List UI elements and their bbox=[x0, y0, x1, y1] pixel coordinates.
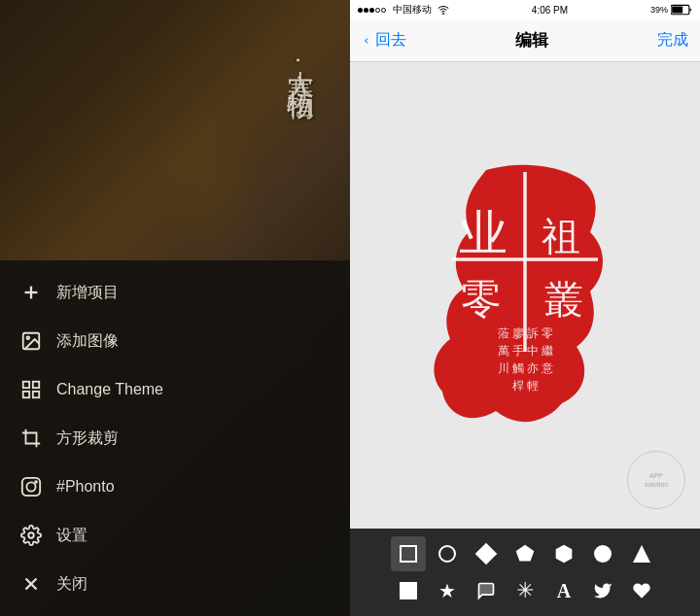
signal-dot-4 bbox=[375, 8, 380, 13]
menu-label-close: 关闭 bbox=[56, 574, 88, 595]
svg-marker-27 bbox=[517, 546, 534, 561]
tool-letter-a[interactable]: A bbox=[546, 573, 581, 608]
status-bar: 中国移动 4:06 PM 39% bbox=[350, 0, 700, 19]
chevron-left-icon bbox=[362, 33, 371, 49]
svg-text:祖: 祖 bbox=[542, 215, 580, 258]
watermark-solution: solution bbox=[645, 480, 668, 489]
svg-rect-7 bbox=[33, 392, 39, 397]
nav-title: 编辑 bbox=[515, 29, 548, 51]
signal-dot-1 bbox=[358, 8, 363, 13]
shape-toolbar: ★ ✳ A bbox=[350, 529, 700, 616]
svg-point-10 bbox=[35, 481, 37, 483]
signal-dots bbox=[358, 8, 386, 13]
nav-bar: 回去 编辑 完成 bbox=[350, 19, 700, 62]
tool-heart[interactable] bbox=[624, 573, 659, 608]
tool-asterisk[interactable]: ✳ bbox=[508, 573, 542, 608]
canvas-area[interactable]: 业 祖 零 叢 蒞 廖 訴 零 萬 手 中 繼 川 觸 亦 意 桿 輕 APP … bbox=[350, 62, 700, 529]
carrier-label: 中国移动 bbox=[393, 3, 432, 17]
battery-percent: 39% bbox=[650, 5, 668, 15]
svg-marker-28 bbox=[557, 546, 572, 563]
time-display: 4:06 PM bbox=[532, 5, 568, 16]
menu-item-crop[interactable]: 方形裁剪 bbox=[0, 414, 350, 462]
status-left: 中国移动 bbox=[358, 3, 449, 17]
svg-rect-5 bbox=[33, 382, 39, 388]
svg-point-11 bbox=[28, 532, 34, 538]
triangle-shape bbox=[633, 545, 650, 563]
asterisk-shape: ✳ bbox=[516, 578, 534, 603]
pentagon-icon bbox=[515, 544, 535, 564]
svg-text:蒞 廖 訴 零: 蒞 廖 訴 零 bbox=[498, 326, 553, 340]
right-panel: 中国移动 4:06 PM 39% 回去 编辑 完成 bbox=[350, 0, 700, 616]
letter-a-shape: A bbox=[557, 580, 571, 602]
grid-icon bbox=[19, 378, 43, 401]
chinese-title: 大寒·植物 bbox=[277, 49, 321, 76]
svg-point-14 bbox=[443, 14, 444, 15]
circle-outline-shape bbox=[438, 545, 456, 563]
status-right: 39% bbox=[650, 4, 692, 16]
back-label: 回去 bbox=[375, 30, 406, 51]
signal-dot-3 bbox=[369, 8, 374, 13]
menu-item-phonto[interactable]: #Phonto bbox=[0, 462, 350, 511]
crop-icon bbox=[19, 427, 43, 450]
menu-label-add-image: 添加图像 bbox=[56, 331, 119, 352]
toolbar-row-2: ★ ✳ A bbox=[391, 573, 659, 608]
menu-label-crop: 方形裁剪 bbox=[56, 428, 119, 449]
svg-rect-16 bbox=[672, 6, 682, 13]
tool-hexagon[interactable] bbox=[546, 536, 581, 571]
menu-label-change-theme: Change Theme bbox=[56, 381, 163, 398]
hexagon-icon bbox=[554, 544, 574, 564]
tool-circle-outline[interactable] bbox=[430, 536, 465, 571]
signal-dot-5 bbox=[381, 8, 386, 13]
done-button[interactable]: 完成 bbox=[657, 30, 688, 51]
left-panel: 大寒·植物 新增项目 添加图像 bbox=[0, 0, 350, 616]
diamond-shape bbox=[475, 543, 498, 565]
svg-rect-6 bbox=[23, 392, 29, 397]
speech-bubble-icon bbox=[476, 581, 496, 600]
tool-triangle[interactable] bbox=[624, 536, 659, 571]
seal-stamp: 业 祖 零 叢 蒞 廖 訴 零 萬 手 中 繼 川 觸 亦 意 桿 輕 bbox=[433, 162, 617, 428]
menu-item-add-image[interactable]: 添加图像 bbox=[0, 317, 350, 365]
menu-label-phonto: #Phonto bbox=[56, 478, 115, 496]
svg-text:叢: 叢 bbox=[544, 278, 583, 322]
gear-icon bbox=[19, 524, 43, 547]
back-button[interactable]: 回去 bbox=[362, 30, 406, 51]
tool-diamond[interactable] bbox=[469, 536, 504, 571]
tool-bird[interactable] bbox=[585, 573, 620, 608]
svg-text:零: 零 bbox=[461, 277, 502, 322]
battery-icon bbox=[671, 4, 692, 16]
plus-icon bbox=[19, 281, 43, 304]
toolbar-row-1 bbox=[391, 536, 659, 571]
svg-point-3 bbox=[26, 336, 29, 339]
app-watermark: APP solution bbox=[627, 451, 685, 509]
svg-text:萬 手 中 繼: 萬 手 中 繼 bbox=[498, 344, 553, 358]
circle-fill-shape bbox=[594, 545, 612, 563]
heart-icon bbox=[632, 581, 651, 600]
signal-dot-2 bbox=[364, 8, 368, 13]
image-icon bbox=[19, 329, 43, 353]
menu-item-change-theme[interactable]: Change Theme bbox=[0, 365, 350, 414]
menu-item-settings[interactable]: 设置 bbox=[0, 511, 350, 560]
svg-text:桿 輕: 桿 輕 bbox=[512, 379, 539, 393]
tool-square-outline[interactable] bbox=[391, 536, 426, 571]
star-shape: ★ bbox=[438, 579, 456, 602]
instagram-icon bbox=[19, 475, 43, 498]
menu-label-add-project: 新增项目 bbox=[56, 283, 119, 303]
tool-pentagon[interactable] bbox=[508, 536, 542, 571]
tool-circle-fill[interactable] bbox=[585, 536, 620, 571]
close-icon bbox=[19, 572, 43, 596]
menu-list: 新增项目 添加图像 Change Theme bbox=[0, 260, 350, 616]
menu-label-settings: 设置 bbox=[56, 526, 88, 546]
tool-star[interactable]: ★ bbox=[430, 573, 465, 608]
svg-text:川 觸 亦 意: 川 觸 亦 意 bbox=[498, 361, 553, 375]
watermark-app: APP bbox=[649, 471, 663, 480]
menu-item-add-project[interactable]: 新增项目 bbox=[0, 268, 350, 317]
menu-item-close[interactable]: 关闭 bbox=[0, 560, 350, 608]
bird-icon bbox=[593, 581, 612, 600]
svg-rect-4 bbox=[23, 382, 29, 388]
tool-speech-bubble[interactable] bbox=[469, 573, 504, 608]
svg-text:业: 业 bbox=[459, 206, 508, 260]
square-fill-shape bbox=[400, 582, 417, 599]
seal-svg: 业 祖 零 叢 蒞 廖 訴 零 萬 手 中 繼 川 觸 亦 意 桿 輕 bbox=[433, 162, 617, 425]
square-outline-shape bbox=[400, 545, 417, 563]
tool-square-fill[interactable] bbox=[391, 573, 426, 608]
